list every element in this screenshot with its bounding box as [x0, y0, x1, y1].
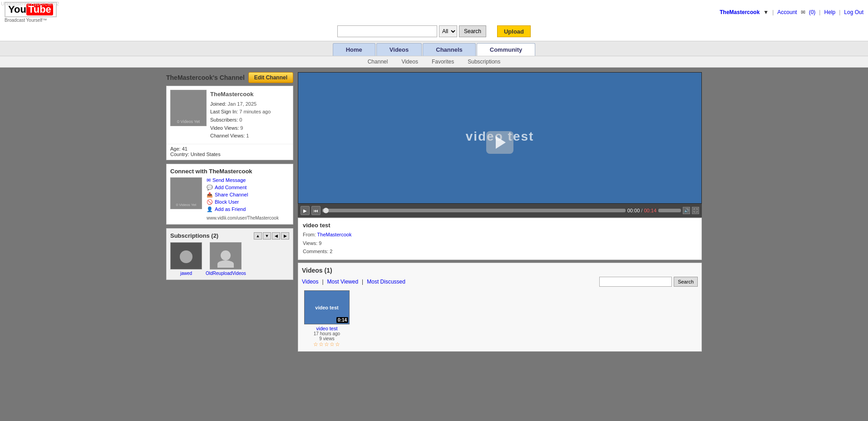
tab-channels[interactable]: Channels	[423, 43, 476, 56]
subs-header: Subscriptions (2) ▲ ▼ ◀ ▶	[170, 232, 289, 240]
profile-bottom: Age: 41 Country: United States	[167, 144, 293, 160]
country-label: Country:	[170, 152, 189, 157]
share-channel-link[interactable]: 📤 Share Channel	[207, 192, 279, 198]
subs-next-btn[interactable]: ▶	[281, 232, 289, 240]
channel-views-value: 1	[246, 133, 249, 138]
channel-views-label: Channel Views:	[210, 133, 245, 138]
video-card-views-0: 9 views	[319, 336, 334, 341]
connect-avatar: 0 Videos Yet	[170, 177, 202, 209]
sub-nav-favorites[interactable]: Favorites	[432, 59, 454, 65]
videos-search-input[interactable]	[599, 277, 672, 287]
header-right: TheMastercook ▼ | Account ✉ (0) | Help |…	[720, 9, 863, 15]
videos-search-button[interactable]: Search	[674, 277, 698, 287]
video-info-meta: From: TheMastercook Views: 9 Comments: 2	[303, 230, 697, 256]
time-total: 00:14	[644, 208, 656, 213]
sub-avatar-jawed[interactable]	[170, 242, 202, 269]
avatar: 0 Videos Yet	[170, 90, 207, 126]
skip-btn[interactable]: ⏮	[311, 206, 321, 215]
progress-bar[interactable]	[322, 209, 626, 212]
tab-home[interactable]: Home	[333, 43, 375, 56]
filter-most-viewed-link[interactable]: Most Viewed	[327, 279, 358, 285]
logo-you: You	[8, 4, 26, 15]
video-card-time-0: 17 hours ago	[314, 331, 340, 336]
sub-nav-channel[interactable]: Channel	[368, 59, 388, 65]
connect-title: Connect with TheMastercook	[170, 168, 289, 175]
from-user-link[interactable]: TheMastercook	[317, 232, 352, 237]
connect-links: ✉ Send Message 💬 Add Comment 📤 Share Cha…	[207, 177, 279, 220]
help-link[interactable]: Help	[824, 9, 835, 15]
logout-link[interactable]: Log Out	[844, 9, 863, 15]
subscription-item-oldreupload: OldReuploadVideos	[206, 242, 246, 276]
fullscreen-btn[interactable]: ⛶	[692, 207, 699, 214]
sub-avatar-oldreupload[interactable]	[210, 242, 242, 269]
video-thumb-title: video test	[315, 305, 338, 310]
add-as-friend-link[interactable]: 👤 Add as Friend	[207, 206, 279, 212]
videos-section: Videos (1) Videos | Most Viewed | Most D…	[298, 263, 702, 352]
videos-search-area: Search	[599, 277, 698, 287]
send-message-link[interactable]: ✉ Send Message	[207, 177, 279, 183]
video-controls: ▶ ⏮ 00:00 / 00:14 🔊 ⛶	[298, 204, 702, 217]
subscribers-value: 0	[239, 117, 242, 122]
last-sign-in-label: Last Sign In:	[210, 109, 238, 114]
subs-grid: jawed OldReuploadVideos	[170, 242, 289, 276]
header-top: YouTube Broadcast Yourself™ TheMastercoo…	[0, 0, 868, 23]
channel-header: TheMastercook's Channel Edit Channel	[166, 72, 293, 83]
connect-box: Connect with TheMastercook 0 Videos Yet …	[166, 164, 293, 225]
time-current: 00:00	[627, 208, 640, 213]
views-label: Views:	[303, 240, 317, 246]
sub-name-jawed[interactable]: jawed	[180, 271, 192, 276]
block-user-link[interactable]: 🚫 Block User	[207, 199, 279, 205]
edit-channel-button[interactable]: Edit Channel	[248, 72, 293, 83]
user-dropdown-icon[interactable]: ▼	[763, 9, 769, 15]
messages-link[interactable]: (0)	[809, 9, 816, 15]
video-player[interactable]: video test	[298, 72, 702, 204]
messages-icon[interactable]: ✉	[801, 9, 805, 15]
search-category-select[interactable]: All	[439, 25, 457, 37]
play-pause-btn[interactable]: ▶	[301, 206, 310, 215]
sub-nav-videos[interactable]: Videos	[401, 59, 418, 65]
tab-community[interactable]: Community	[477, 43, 536, 56]
videos-section-title: Videos (1)	[302, 267, 698, 274]
from-label: From:	[303, 232, 316, 237]
mute-btn[interactable]: 🔊	[683, 207, 690, 214]
video-card-title-0[interactable]: video test	[316, 326, 337, 331]
upload-button[interactable]: Upload	[497, 25, 531, 37]
play-button-overlay[interactable]	[486, 131, 513, 154]
profile-info: TheMastercook Joined: Jan 17, 2025 Last …	[210, 90, 289, 140]
subscription-item-jawed: jawed	[170, 242, 202, 276]
search-input[interactable]	[337, 25, 437, 37]
comments-label: Comments:	[303, 249, 328, 254]
header: YouTube Broadcast Yourself™ TheMastercoo…	[0, 0, 868, 56]
user-name-link[interactable]: TheMastercook	[720, 9, 760, 15]
subs-prev-btn[interactable]: ◀	[272, 232, 280, 240]
tab-videos[interactable]: Videos	[376, 43, 422, 56]
account-link[interactable]: Account	[777, 9, 797, 15]
filter-videos-link[interactable]: Videos	[302, 279, 318, 285]
search-button[interactable]: Search	[459, 25, 486, 37]
video-info: video test From: TheMastercook Views: 9 …	[298, 218, 702, 260]
video-stars-0[interactable]: ☆☆☆☆☆	[313, 341, 340, 348]
profile-box: 0 Videos Yet TheMastercook Joined: Jan 1…	[166, 86, 293, 160]
search-bar-area: All Search Upload	[0, 23, 868, 41]
videos-toolbar-left: Videos | Most Viewed | Most Discussed	[302, 279, 405, 285]
add-comment-link[interactable]: 💬 Add Comment	[207, 185, 279, 191]
sub-name-oldreupload[interactable]: OldReuploadVideos	[206, 271, 246, 276]
left-panel: TheMastercook's Channel Edit Channel 0 V…	[166, 72, 293, 352]
subscribers-label: Subscribers:	[210, 117, 238, 122]
videos-toolbar: Videos | Most Viewed | Most Discussed Se…	[302, 277, 698, 287]
logo-box[interactable]: YouTube	[5, 2, 57, 17]
video-views-value: 9	[240, 125, 243, 131]
filter-most-discussed-link[interactable]: Most Discussed	[367, 279, 405, 285]
subs-title: Subscriptions (2)	[170, 232, 218, 239]
progress-knob[interactable]	[323, 208, 329, 213]
video-views-label: Video Views:	[210, 125, 239, 131]
video-thumbnail-0[interactable]: video test 0:14	[304, 290, 350, 324]
joined-label: Joined:	[210, 101, 226, 107]
views-value: 9	[319, 240, 321, 246]
sub-nav-subscriptions[interactable]: Subscriptions	[468, 59, 500, 65]
subs-down-btn[interactable]: ▼	[263, 232, 271, 240]
volume-bar[interactable]	[658, 209, 681, 212]
subs-up-btn[interactable]: ▲	[254, 232, 262, 240]
time-display: 00:00 / 00:14	[627, 208, 656, 213]
video-card-0: video test 0:14 video test 17 hours ago …	[302, 290, 352, 348]
